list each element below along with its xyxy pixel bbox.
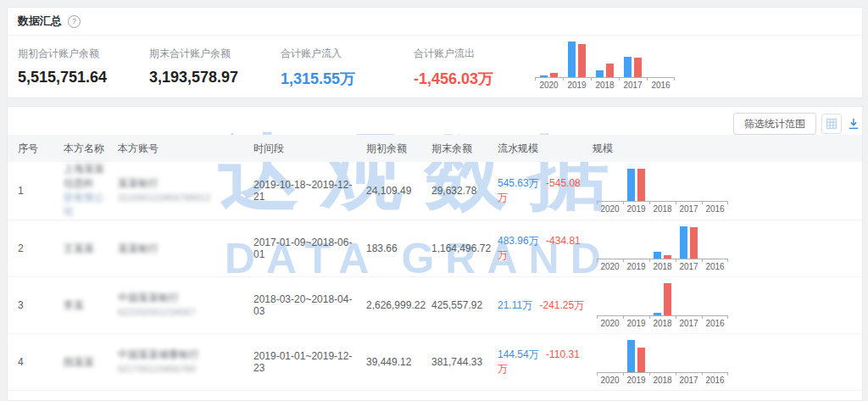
- column-settings-button[interactable]: [821, 114, 842, 134]
- year-tick-label: 2017: [676, 373, 702, 385]
- year-tick-label: 2019: [623, 202, 649, 214]
- download-icon: [848, 118, 860, 130]
- summary-metric: 合计账户流出 -1,456.03万: [414, 47, 493, 89]
- metric-value: 3,193,578.97: [149, 69, 238, 86]
- column-header: 序号: [8, 142, 64, 156]
- year-tick-label: 2018: [591, 78, 619, 90]
- opening-balance: 39,449.12: [366, 356, 431, 368]
- summary-card-header: 数据汇总 ?: [8, 8, 862, 36]
- year-tick-label: 2020: [597, 316, 623, 328]
- year-tick-label: 2017: [619, 78, 647, 90]
- year-tick-label: 2016: [702, 316, 728, 328]
- year-tick-label: 2018: [649, 202, 676, 214]
- inflow-value: 545.63万: [498, 177, 539, 189]
- metric-label: 期末合计账户余额: [149, 47, 238, 61]
- row-scale-chart: 20202019201820172016: [597, 226, 728, 271]
- row-index: 4: [8, 356, 64, 368]
- download-button[interactable]: [847, 117, 860, 131]
- party-account: 某某银行311000123456789012: [118, 176, 253, 205]
- column-header: 时间段: [253, 142, 366, 156]
- closing-balance: 29,632.78: [431, 185, 498, 197]
- year-tick-label: 2017: [676, 316, 702, 328]
- row-scale-chart: 20202019201820172016: [597, 340, 728, 385]
- inflow-value: 144.54万: [498, 348, 539, 360]
- metric-label: 合计账户流入: [281, 47, 355, 61]
- closing-balance: 425,557.92: [431, 299, 498, 311]
- column-header: 本方名称: [64, 142, 118, 156]
- party-name: 陈某某: [64, 355, 118, 370]
- metric-value: 1,315.55万: [281, 69, 355, 89]
- table-row: 1 上海某某信息科技有限公司 某某银行311000123456789012 20…: [8, 162, 862, 220]
- year-tick-label: 2017: [676, 259, 702, 271]
- year-tick-label: 2020: [597, 373, 623, 385]
- time-period: 2019-01-01~2019-12-23: [253, 350, 366, 374]
- column-header: 期初余额: [366, 142, 431, 156]
- table-card: 达观数据 DATA GRAND 筛选统计范围 序号本方名称本方账号时间段期初余额…: [7, 106, 863, 401]
- summary-metric: 期初合计账户余额 5,515,751.64: [18, 47, 107, 86]
- table-toolbar: 筛选统计范围: [8, 107, 862, 135]
- inflow-value: 21.11万: [498, 299, 532, 311]
- row-index: 3: [8, 299, 64, 311]
- table-row: 3 李某 中国某某银行622202001234567 2018-03-20~20…: [8, 277, 862, 334]
- summary-metric: 合计账户流入 1,315.55万: [281, 47, 355, 89]
- flow-scale: 483.96万 -434.81万: [498, 234, 593, 263]
- outflow-value: -241.25万: [539, 299, 584, 311]
- year-tick-label: 2016: [702, 202, 728, 214]
- row-index: 2: [8, 242, 64, 254]
- party-name: 王某某: [64, 242, 118, 256]
- table-row: 4 陈某某 中国某某储蓄银行621700123456789 2019-01-01…: [8, 334, 862, 391]
- party-account: 中国某某储蓄银行621700123456789: [118, 348, 253, 376]
- year-tick-label: 2019: [623, 259, 649, 271]
- row-scale-chart: 20202019201820172016: [597, 283, 728, 328]
- table-row: 2 王某某 某某银行 2017-01-09~2018-06-01 183.66 …: [8, 220, 862, 277]
- closing-balance: 1,164,496.72: [431, 242, 498, 254]
- column-header: 本方账号: [118, 142, 253, 156]
- time-period: 2018-03-20~2018-04-03: [253, 293, 366, 317]
- inflow-value: 483.96万: [498, 235, 539, 247]
- year-tick-label: 2017: [676, 202, 702, 214]
- time-period: 2017-01-09~2018-06-01: [253, 237, 366, 260]
- filter-range-button[interactable]: 筛选统计范围: [733, 113, 816, 135]
- opening-balance: 24,109.49: [366, 185, 431, 197]
- help-icon[interactable]: ?: [68, 15, 81, 28]
- scale-chart-cell: 20202019201820172016: [593, 340, 862, 385]
- metric-value: 5,515,751.64: [18, 69, 107, 86]
- year-tick-label: 2016: [647, 78, 675, 90]
- year-tick-label: 2018: [649, 316, 676, 328]
- column-header: 期末余额: [431, 142, 498, 156]
- row-scale-chart: 20202019201820172016: [597, 169, 728, 214]
- year-tick-label: 2016: [702, 373, 728, 385]
- flow-scale: 545.63万 -545.08万: [498, 176, 593, 205]
- column-header: 流水规模: [498, 142, 593, 156]
- opening-balance: 183.66: [366, 242, 431, 254]
- year-tick-label: 2016: [702, 259, 728, 271]
- accounts-table: 序号本方名称本方账号时间段期初余额期末余额流水规模规模 1 上海某某信息科技有限…: [8, 135, 862, 391]
- opening-balance: 2,626,999.22: [366, 299, 431, 311]
- summary-metric: 期末合计账户余额 3,193,578.97: [149, 47, 238, 86]
- table-body: 1 上海某某信息科技有限公司 某某银行311000123456789012 20…: [8, 162, 862, 391]
- grid-icon: [826, 118, 837, 130]
- scale-chart-cell: 20202019201820172016: [593, 169, 862, 214]
- party-name: 上海某某信息科技有限公司: [64, 162, 118, 220]
- party-account: 某某银行: [118, 242, 253, 256]
- scale-chart-cell: 20202019201820172016: [593, 226, 862, 271]
- flow-scale: 21.11万 -241.25万: [498, 298, 593, 313]
- time-period: 2019-10-18~2019-12-21: [253, 179, 366, 203]
- metric-value: -1,456.03万: [414, 69, 493, 89]
- summary-card: 数据汇总 ? 期初合计账户余额 5,515,751.64 期末合计账户余额 3,…: [7, 7, 863, 98]
- table-header-row: 序号本方名称本方账号时间段期初余额期末余额流水规模规模: [8, 135, 862, 162]
- year-tick-label: 2018: [649, 373, 676, 385]
- year-tick-label: 2019: [563, 78, 591, 90]
- scale-chart-cell: 20202019201820172016: [593, 283, 862, 328]
- year-tick-label: 2019: [623, 373, 649, 385]
- row-index: 1: [8, 185, 64, 197]
- column-header: 规模: [593, 142, 862, 156]
- party-name: 李某: [64, 298, 118, 313]
- closing-balance: 381,744.33: [431, 356, 498, 368]
- metric-label: 期初合计账户余额: [18, 47, 107, 61]
- year-tick-label: 2020: [535, 78, 563, 90]
- metric-label: 合计账户流出: [414, 47, 493, 61]
- year-tick-label: 2020: [597, 202, 623, 214]
- year-tick-label: 2018: [649, 259, 676, 271]
- party-account: 中国某某银行622202001234567: [118, 291, 253, 320]
